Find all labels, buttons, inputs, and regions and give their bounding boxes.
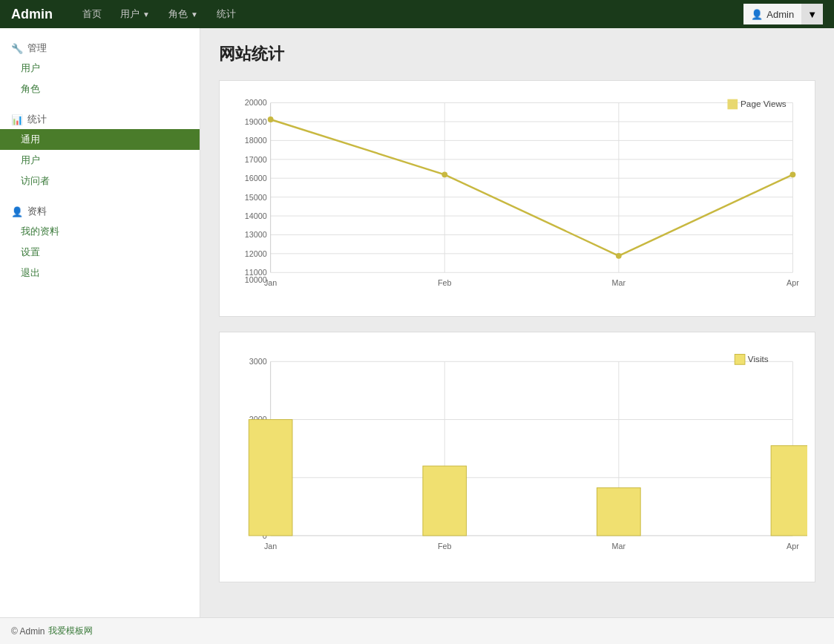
sidebar-item-general[interactable]: 通用 <box>0 129 200 150</box>
svg-text:Visits: Visits <box>748 354 769 364</box>
dropdown-icon: ▼ <box>807 9 817 20</box>
svg-text:Mar: Mar <box>612 541 626 550</box>
main-content: 网站统计 <box>200 28 834 617</box>
page-title: 网站统计 <box>219 43 815 65</box>
navbar-stats-label: 统计 <box>217 7 236 21</box>
svg-text:Apr: Apr <box>787 541 799 550</box>
navbar-item-stats[interactable]: 统计 <box>209 0 243 28</box>
svg-text:Feb: Feb <box>438 541 452 550</box>
svg-point-31 <box>616 253 622 259</box>
sidebar-section-profile-label: 资料 <box>27 205 47 218</box>
layout: 🔧 管理 用户 角色 📊 统计 通用 用户 访问者 👤 资料 我的资料 设置 退… <box>0 28 834 617</box>
sidebar-item-visitors[interactable]: 访问者 <box>0 171 200 191</box>
sidebar-item-roles[interactable]: 角色 <box>0 79 200 99</box>
sidebar-section-stats-label: 统计 <box>27 113 47 126</box>
svg-rect-48 <box>423 466 467 536</box>
svg-rect-49 <box>597 487 641 536</box>
svg-text:Page Views: Page Views <box>741 99 787 108</box>
line-chart-container: 20000 19000 18000 17000 16000 15000 1400… <box>219 80 815 317</box>
user-icon: 👤 <box>751 9 763 20</box>
footer-link[interactable]: 我爱模板网 <box>48 625 93 637</box>
navbar-item-users[interactable]: 用户 ▼ <box>113 0 157 28</box>
svg-rect-50 <box>771 445 807 535</box>
svg-rect-47 <box>249 419 292 535</box>
sidebar: 🔧 管理 用户 角色 📊 统计 通用 用户 访问者 👤 资料 我的资料 设置 退… <box>0 28 200 617</box>
chart-icon: 📊 <box>11 114 23 125</box>
chevron-down-icon: ▼ <box>191 10 198 19</box>
navbar: Admin 首页 用户 ▼ 角色 ▼ 统计 👤 Admin ▼ <box>0 0 834 28</box>
sidebar-section-profile: 👤 资料 <box>0 199 200 221</box>
svg-text:Jan: Jan <box>264 541 277 550</box>
svg-text:19000: 19000 <box>245 117 267 126</box>
navbar-menu: 首页 用户 ▼ 角色 ▼ 统计 <box>75 0 729 28</box>
sidebar-item-users-stats[interactable]: 用户 <box>0 150 200 171</box>
svg-text:13000: 13000 <box>245 230 267 239</box>
svg-point-30 <box>441 171 447 177</box>
svg-text:18000: 18000 <box>245 136 267 145</box>
svg-text:3000: 3000 <box>249 357 267 366</box>
navbar-user: 👤 Admin ▼ <box>743 4 823 24</box>
brand: Admin <box>11 7 53 22</box>
navbar-item-home[interactable]: 首页 <box>75 0 109 28</box>
svg-text:16000: 16000 <box>245 174 267 183</box>
user-label: Admin <box>766 9 794 20</box>
svg-rect-33 <box>727 99 738 110</box>
sidebar-section-management: 🔧 管理 <box>0 36 200 58</box>
svg-text:Mar: Mar <box>612 278 626 287</box>
sidebar-item-settings[interactable]: 设置 <box>0 242 200 263</box>
chevron-down-icon: ▼ <box>142 10 150 19</box>
navbar-home-label: 首页 <box>82 7 102 21</box>
line-chart: 20000 19000 18000 17000 16000 15000 1400… <box>227 88 807 292</box>
svg-point-29 <box>268 116 274 122</box>
sidebar-section-stats: 📊 统计 <box>0 107 200 129</box>
footer-copyright: © Admin <box>11 626 45 637</box>
svg-text:Feb: Feb <box>438 278 452 287</box>
svg-text:Apr: Apr <box>787 278 799 287</box>
person-icon: 👤 <box>11 206 23 217</box>
sidebar-item-users[interactable]: 用户 <box>0 58 200 79</box>
sidebar-item-my-profile[interactable]: 我的资料 <box>0 221 200 242</box>
bar-chart: 3000 2000 1000 0 Jan Feb <box>227 340 807 557</box>
svg-text:12000: 12000 <box>245 249 267 258</box>
sidebar-item-logout[interactable]: 退出 <box>0 263 200 283</box>
svg-rect-55 <box>735 354 745 364</box>
sidebar-section-management-label: 管理 <box>27 42 47 55</box>
svg-text:20000: 20000 <box>245 98 267 107</box>
navbar-item-roles[interactable]: 角色 ▼ <box>161 0 206 28</box>
svg-text:17000: 17000 <box>245 155 267 164</box>
bar-chart-container: 3000 2000 1000 0 Jan Feb <box>219 332 815 582</box>
navbar-users-label: 用户 <box>120 7 139 21</box>
svg-text:Jan: Jan <box>264 278 277 287</box>
user-button[interactable]: 👤 Admin <box>743 4 801 24</box>
svg-text:15000: 15000 <box>245 193 267 202</box>
svg-text:14000: 14000 <box>245 211 267 220</box>
wrench-icon: 🔧 <box>11 43 23 54</box>
user-dropdown-button[interactable]: ▼ <box>801 4 823 24</box>
svg-point-32 <box>790 171 796 177</box>
footer: © Admin 我爱模板网 <box>0 617 834 644</box>
navbar-roles-label: 角色 <box>168 7 188 21</box>
